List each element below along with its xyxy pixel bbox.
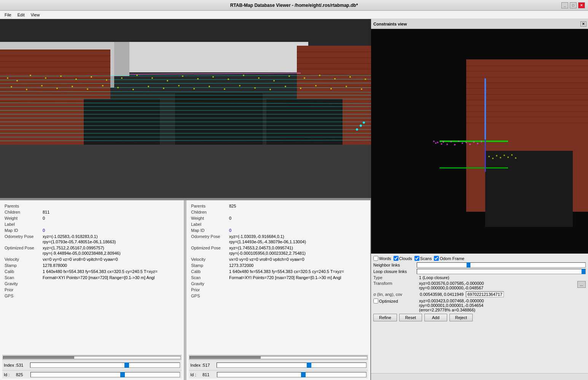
- label-weight-right: Weight: [191, 216, 229, 221]
- info-row-children-left: Children 811: [5, 209, 179, 215]
- info-row-parents-right: Parents 825: [191, 203, 366, 209]
- label-odom-right: Odometry Pose: [191, 234, 229, 239]
- right-panel: Constraints view ✕: [371, 19, 588, 380]
- svg-point-136: [500, 157, 501, 158]
- constraints-viewport[interactable]: [371, 29, 588, 254]
- svg-rect-104: [466, 77, 588, 78]
- svg-point-89: [254, 87, 256, 89]
- info-row-parents-left: Parents: [5, 203, 179, 209]
- menu-file[interactable]: File: [2, 12, 14, 18]
- value-optpose-right: xyz=(1.74553,2.04573,0.0995741) rpy=(-0.…: [229, 245, 306, 256]
- svg-point-55: [106, 79, 107, 81]
- scans-label[interactable]: Scans: [420, 256, 432, 261]
- svg-rect-17: [297, 51, 371, 53]
- hscroll-thumb-left[interactable]: [3, 356, 74, 359]
- close-btn[interactable]: ✕: [578, 2, 585, 8]
- info-row-stamp-right: Stamp 1273.372000: [191, 263, 366, 268]
- odom-frame-checkbox-item[interactable]: Odom Frame: [434, 256, 464, 261]
- svg-point-56: [121, 77, 123, 79]
- svg-rect-4: [0, 49, 110, 51]
- words-label[interactable]: Words: [379, 256, 391, 261]
- hscroll-thumb-right[interactable]: [190, 356, 261, 359]
- menu-edit[interactable]: Edit: [14, 12, 28, 18]
- label-stamp-right: Stamp: [191, 263, 229, 268]
- svg-point-84: [178, 85, 180, 86]
- clouds-checkbox-item[interactable]: Clouds: [394, 256, 412, 261]
- scans-checkbox-item[interactable]: Scans: [414, 256, 432, 261]
- menu-view[interactable]: View: [28, 12, 43, 18]
- index-label-right: Index :517: [190, 363, 215, 367]
- info-panel-right[interactable]: Parents 825 Children Weight 0 Label: [186, 200, 370, 380]
- info-row-calib-left: Calib 1 640x480 fx=554.383 fy=554.383 cx…: [5, 269, 179, 274]
- svg-point-79: [102, 85, 104, 86]
- index-slider-left[interactable]: [30, 362, 180, 368]
- constraints-close-btn[interactable]: ✕: [580, 21, 586, 27]
- label-gps-left: GPS: [5, 293, 43, 299]
- hscroll-track-right[interactable]: [190, 356, 367, 359]
- svg-point-82: [148, 86, 149, 87]
- hscroll-right[interactable]: [189, 355, 368, 359]
- hscroll-left[interactable]: [2, 355, 182, 359]
- label-calib-left: Calib: [5, 269, 43, 274]
- svg-point-98: [360, 125, 362, 127]
- transform-val2: rpy=0.000000,0.000000,-0.048567: [419, 286, 576, 290]
- id-slider-left[interactable]: [30, 372, 180, 377]
- label-scan-left: Scan: [5, 275, 43, 280]
- info-row-mapid-right: Map ID 0: [191, 228, 366, 233]
- svg-point-77: [72, 86, 73, 87]
- svg-point-63: [228, 78, 229, 80]
- scans-checkbox[interactable]: [414, 256, 419, 261]
- svg-rect-19: [297, 63, 371, 64]
- info-panel-left[interactable]: Parents Children 811 Weight 0 Label: [0, 200, 184, 380]
- odom-frame-checkbox[interactable]: [434, 256, 439, 261]
- viewport-3d[interactable]: [0, 19, 371, 198]
- svg-point-96: [361, 88, 362, 90]
- words-checkbox[interactable]: [373, 256, 378, 261]
- viewport-svg: [0, 19, 371, 198]
- optimized-checkbox[interactable]: [373, 299, 378, 303]
- minimize-btn[interactable]: _: [561, 2, 568, 8]
- transform-expand-btn[interactable]: ...: [577, 281, 586, 288]
- svg-point-118: [433, 141, 435, 142]
- svg-point-135: [496, 155, 497, 156]
- clouds-checkbox[interactable]: [394, 256, 398, 261]
- checkbox-row: Words Clouds Scans Odom Frame: [373, 256, 586, 261]
- add-button[interactable]: Add: [424, 314, 447, 321]
- svg-point-132: [481, 141, 482, 142]
- info-row-label-left: Label: [5, 222, 179, 227]
- index-controls-left: Index :531: [2, 359, 182, 370]
- loop-closure-links-slider[interactable]: [417, 269, 586, 274]
- reset-button[interactable]: Reset: [399, 314, 422, 321]
- svg-rect-20: [297, 69, 371, 70]
- maximize-btn[interactable]: □: [570, 2, 577, 8]
- odom-frame-label[interactable]: Odom Frame: [440, 256, 464, 261]
- label-prior-right: Prior: [191, 287, 229, 292]
- svg-point-83: [163, 88, 164, 89]
- hscroll-track-left[interactable]: [3, 356, 181, 359]
- window-controls[interactable]: _ □ ✕: [561, 2, 585, 8]
- sigma-row: σ (lin, ang), cov 0.00543598, 0.0411949 …: [373, 291, 586, 297]
- svg-point-60: [182, 75, 183, 77]
- svg-rect-103: [466, 71, 588, 72]
- id-slider-right[interactable]: [217, 372, 367, 377]
- optimized-checkbox-container[interactable]: Optimized: [373, 299, 419, 303]
- svg-point-68: [304, 77, 305, 79]
- refine-button[interactable]: Refine: [373, 314, 397, 321]
- optimized-checkbox-label[interactable]: Optimized: [379, 299, 398, 303]
- svg-point-57: [136, 75, 138, 76]
- reject-button[interactable]: Reject: [449, 314, 473, 321]
- index-slider-right[interactable]: [217, 362, 367, 368]
- svg-point-75: [41, 85, 43, 86]
- clouds-label[interactable]: Clouds: [399, 256, 412, 261]
- info-panel-left-scroll[interactable]: Parents Children 811 Weight 0 Label: [2, 202, 182, 355]
- svg-rect-113: [485, 151, 573, 227]
- bottom-status: [371, 373, 588, 380]
- info-row-vel-left: Velocity vx=0 vy=0 vz=0 vroll=0 vpitch=0…: [5, 257, 179, 262]
- label-gravity-left: Gravity: [5, 281, 43, 286]
- loop-closure-links-row: Loop closure links: [373, 269, 586, 274]
- info-panel-right-scroll[interactable]: Parents 825 Children Weight 0 Label: [189, 202, 368, 355]
- optimized-row: Optimized xyz=0.003423,0.007468,-0.00000…: [373, 299, 586, 312]
- words-checkbox-item[interactable]: Words: [373, 256, 391, 261]
- type-row: Type 1 (Loop closure): [373, 275, 586, 280]
- neighbor-links-slider[interactable]: [417, 262, 586, 268]
